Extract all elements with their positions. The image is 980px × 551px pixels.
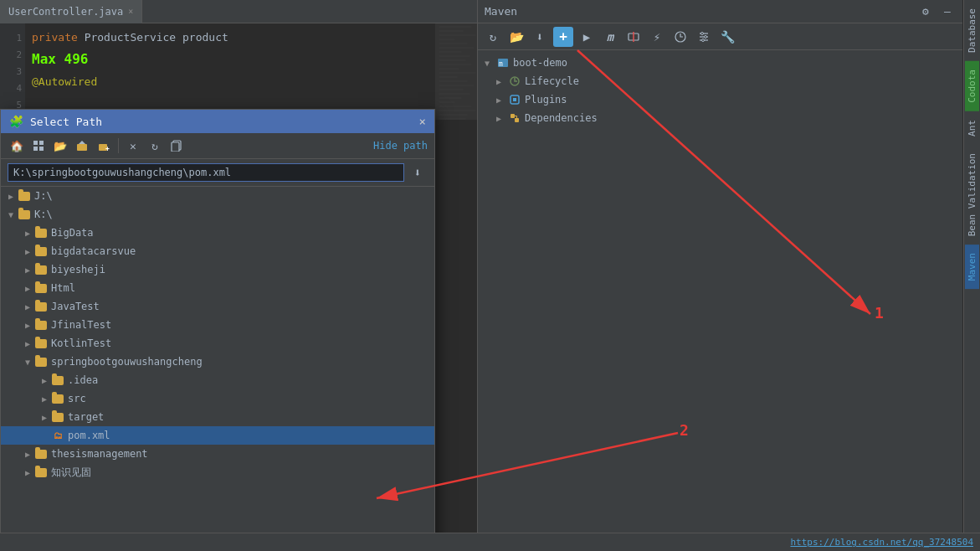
hide-path-link[interactable]: Hide path [373,140,428,152]
folder-icon-javatest [34,300,48,313]
dialog-close-button[interactable]: × [419,115,426,128]
maven-add-button[interactable]: + [553,27,573,47]
dialog-title: Select Path [30,116,102,128]
tree-item-src[interactable]: ▶ src [1,389,434,408]
tree-label: src [68,393,86,404]
tree-item-idea[interactable]: ▶ .idea [1,371,434,389]
path-input[interactable] [8,163,404,182]
tree-arrow: ▶ [21,265,34,275]
tab-database[interactable]: Database [965,0,979,61]
tree-label: biyesheji [51,264,105,276]
dependencies-icon [508,111,521,125]
maven-item-lifecycle[interactable]: ▶ Lifecycle [478,72,962,90]
svg-point-16 [701,32,704,34]
tree-arrow: ▼ [4,210,18,219]
tab-bean-validation[interactable]: Bean Validation [965,145,979,245]
tree-item-biyesheji[interactable]: ▶ biyesheji [1,260,434,279]
tree-item-kotlintest[interactable]: ▶ KotlinTest [1,334,434,353]
tree-arrow: ▶ [38,413,51,422]
tree-item-target[interactable]: ▶ target [1,408,434,426]
new-folder-button[interactable]: + [95,136,113,155]
maven-download-button[interactable]: ⬇ [530,27,550,47]
svg-rect-3 [39,147,44,151]
tab-close-button[interactable]: × [128,7,133,16]
tree-arrow: ▶ [38,394,51,404]
grid-button[interactable] [29,136,48,155]
path-download-button[interactable]: ⬇ [408,162,428,183]
tree-arrow: ▶ [38,376,51,385]
dialog-titlebar: 🧩 Select Path × [1,110,434,133]
tree-item-j[interactable]: ▶ J:\ [1,187,434,205]
maven-arrow: ▶ [496,77,508,86]
maven-item-dependencies[interactable]: ▶ Dependencies [478,109,962,127]
refresh-button[interactable]: ↻ [146,136,164,155]
folder-icon-thesis [34,447,48,461]
folder-icon-biyesheji [34,263,48,276]
tree-item-thesis[interactable]: ▶ thesismanagement [1,445,434,463]
maven-refresh-button[interactable]: ↻ [483,27,503,47]
delete-button[interactable]: ✕ [124,136,142,155]
svg-rect-24 [511,114,515,118]
maven-item-boot-demo[interactable]: ▼ m boot-demo [478,54,962,72]
tree-label: target [68,411,104,423]
folder-icon-kotlintest [34,337,48,350]
tree-item-html[interactable]: ▶ Html [1,279,434,297]
tab-codota[interactable]: Codota [965,61,979,111]
folder-open-button[interactable]: 📂 [51,136,69,155]
maven-run-button[interactable]: ▶ [577,27,597,47]
tree-item-pom-xml[interactable]: 🗂 pom.xml [1,426,434,445]
folder-icon-idea [51,373,64,387]
svg-point-18 [702,39,705,41]
editor-tab[interactable]: UserController.java × [0,0,142,23]
tree-item-k[interactable]: ▼ K:\ [1,205,434,224]
maven-gear-button[interactable]: ⚙ [917,3,934,20]
folder-icon-k [18,208,31,221]
tree-label: pom.xml [68,430,110,441]
path-input-row: ⬇ [1,159,434,187]
svg-text:m: m [499,60,503,68]
tree-item-bigdata[interactable]: ▶ BigData [1,224,434,242]
tree-item-knowledge[interactable]: ▶ 知识见固 [1,463,434,481]
tree-item-springboot[interactable]: ▼ springbootgouwushangcheng [1,353,434,371]
status-url[interactable]: https://blog.csdn.net/qq_37248504 [790,537,973,548]
copy-button[interactable] [167,136,186,155]
maven-item-plugins[interactable]: ▶ Plugins [478,90,962,109]
maven-item-label: Lifecycle [525,75,579,87]
maven-lifecycle-button[interactable] [670,27,690,47]
intellij-icon: 🧩 [9,115,23,128]
maven-skip-button[interactable] [623,27,644,47]
svg-rect-1 [39,141,44,145]
maven-m-button[interactable]: m [600,27,620,47]
plugins-icon [508,93,521,106]
xml-icon-pom: 🗂 [51,429,64,442]
maven-item-label: boot-demo [513,57,567,69]
code-area: private ProductService product Max 496 @… [25,23,435,120]
tab-maven[interactable]: Maven [965,245,979,289]
tree-item-javatest[interactable]: ▶ JavaTest [1,297,434,316]
tree-label: JavaTest [51,301,100,312]
folder-icon-html [34,281,48,295]
tree-label: springbootgouwushangcheng [51,356,203,368]
home-button[interactable]: 🏠 [8,136,26,155]
maven-folder-button[interactable]: 📂 [506,27,526,47]
tree-item-bigdatacarsvue[interactable]: ▶ bigdatacarsvue [1,242,434,260]
maven-wrench-button[interactable]: 🔧 [717,27,737,47]
tree-item-jfinaltest[interactable]: ▶ JfinalTest [1,316,434,334]
tree-arrow: ▶ [4,192,18,201]
code-line-1: private ProductService product [32,28,428,47]
maven-equalizer-button[interactable] [694,27,714,47]
tree-arrow: ▶ [21,468,34,477]
file-tree[interactable]: ▶ J:\ ▼ K:\ ▶ BigData ▶ bigdatacarsvue ▶… [1,187,434,550]
folder-up-button[interactable] [73,136,91,155]
maven-minimize-button[interactable]: — [939,3,956,20]
tree-arrow: ▶ [21,247,34,256]
maven-tree[interactable]: ▼ m boot-demo ▶ Lifecycle ▶ Plugins ▶ [478,50,962,551]
tab-ant[interactable]: Ant [965,111,979,145]
dialog-toolbar: 🏠 📂 + ✕ ↻ Hide path [1,133,434,159]
minimap [435,23,477,120]
maven-header: Maven ⚙ — [478,0,962,23]
folder-icon-jfinaltest [34,318,48,332]
folder-icon-bigdata [34,226,48,239]
maven-lightning-button[interactable]: ⚡ [647,27,667,47]
svg-text:+: + [105,145,110,152]
